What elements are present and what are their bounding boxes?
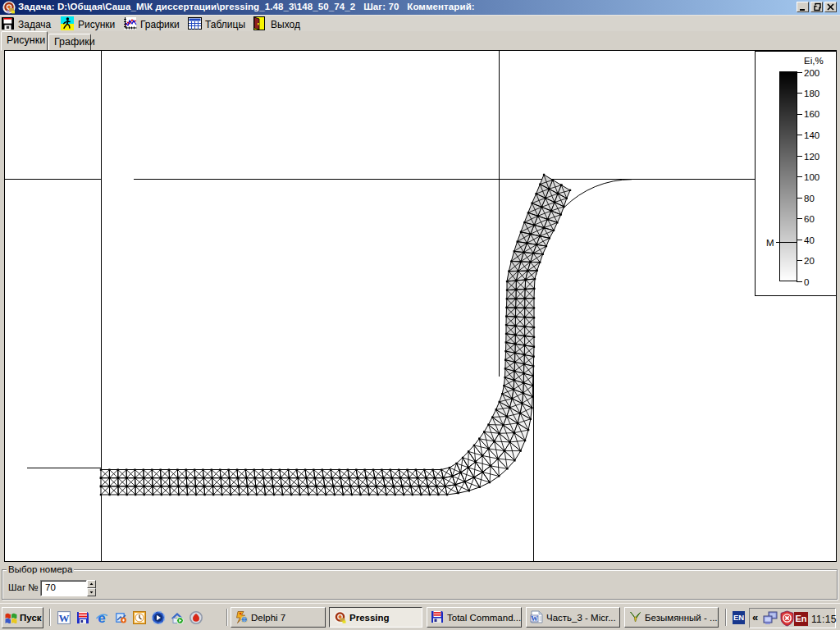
svg-text:20: 20 (804, 256, 815, 266)
svg-text:100: 100 (804, 172, 819, 182)
svg-text:0: 0 (804, 277, 809, 287)
svg-text:60: 60 (804, 214, 815, 224)
svg-text:W: W (531, 614, 538, 623)
svg-text:40: 40 (804, 235, 815, 245)
svg-text:120: 120 (804, 152, 819, 162)
svg-text:80: 80 (804, 194, 815, 203)
svg-text:180: 180 (804, 89, 819, 98)
svg-text:160: 160 (804, 109, 819, 119)
svg-text:Ei,%: Ei,% (804, 56, 824, 66)
svg-text:200: 200 (804, 68, 819, 78)
svg-text:e: e (98, 611, 105, 624)
svg-text:W: W (59, 612, 70, 624)
svg-text:M: M (766, 238, 774, 248)
svg-text:140: 140 (804, 130, 819, 140)
